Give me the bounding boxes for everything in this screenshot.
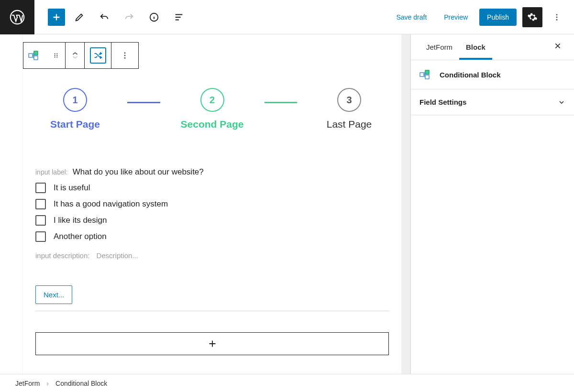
svg-rect-19 (425, 75, 429, 79)
checkbox-icon[interactable] (35, 215, 46, 226)
info-button[interactable] (144, 7, 165, 28)
step-1-label: Start Page (50, 119, 100, 130)
checkbox-option-1[interactable]: It is useful (35, 183, 389, 193)
svg-point-14 (124, 52, 126, 54)
add-block-placeholder[interactable] (35, 332, 389, 355)
breadcrumb-root[interactable]: JetForm (15, 380, 40, 387)
svg-rect-18 (425, 70, 429, 74)
redo-button[interactable] (119, 7, 140, 28)
step-2-number: 2 (200, 88, 224, 112)
svg-point-8 (54, 53, 55, 54)
settings-sidebar: JetForm Block Conditional Block Field Se… (410, 34, 574, 374)
block-up-down[interactable] (66, 43, 85, 68)
breadcrumb: JetForm › Conditional Block (0, 374, 574, 392)
svg-point-9 (56, 53, 57, 54)
conditional-block-icon (419, 70, 433, 79)
topbar: Save draft Preview Publish (0, 0, 574, 34)
main-area: 1 Start Page 2 Second Page 3 Last Page i… (0, 34, 574, 374)
input-desc-value[interactable]: Description... (96, 251, 138, 260)
sidebar-block-title: Conditional Block (440, 71, 501, 79)
shuffle-icon (90, 47, 106, 64)
input-label-row: input label: What do you like about our … (35, 167, 389, 177)
svg-point-11 (56, 55, 57, 56)
outline-button[interactable] (168, 7, 189, 28)
step-3-label: Last Page (327, 119, 372, 130)
checkbox-icon[interactable] (35, 183, 46, 193)
chevron-right-icon: › (46, 380, 49, 387)
block-shuffle-button[interactable] (85, 43, 111, 68)
field-settings-label: Field Settings (419, 98, 466, 106)
svg-point-15 (124, 55, 126, 56)
edit-mode-button[interactable] (69, 7, 90, 28)
next-button[interactable]: Next... (35, 285, 72, 304)
connector-2 (265, 102, 298, 103)
svg-point-4 (556, 19, 558, 20)
settings-button[interactable] (522, 7, 542, 27)
input-description-row: input description: Description... (35, 251, 389, 260)
step-3: 3 Last Page (304, 88, 395, 130)
step-2-label: Second Page (181, 119, 244, 130)
publish-button[interactable]: Publish (479, 9, 517, 26)
svg-rect-6 (34, 51, 38, 55)
block-toolbar (23, 42, 139, 69)
svg-rect-17 (420, 73, 424, 76)
topbar-right: Save draft Preview Publish (390, 7, 574, 27)
step-3-number: 3 (337, 88, 361, 112)
sidebar-tabs: JetForm Block (411, 34, 574, 60)
checkbox-option-4[interactable]: Another option (35, 231, 389, 242)
svg-point-13 (56, 56, 57, 57)
svg-point-12 (54, 56, 55, 57)
block-more-button[interactable] (111, 43, 138, 68)
checkbox-label: It has a good navigation system (54, 199, 168, 209)
more-options-button[interactable] (548, 7, 565, 27)
block-move-controls[interactable] (46, 43, 66, 68)
svg-point-16 (124, 57, 126, 59)
step-2: 2 Second Page (167, 88, 258, 130)
divider (35, 311, 389, 311)
tab-jetform[interactable]: JetForm (419, 34, 459, 60)
editor-canvas: 1 Start Page 2 Second Page 3 Last Page i… (23, 34, 401, 374)
checkbox-label: It is useful (54, 183, 90, 193)
svg-point-3 (556, 16, 558, 18)
svg-rect-7 (34, 56, 38, 60)
svg-rect-5 (29, 54, 33, 57)
checkbox-option-2[interactable]: It has a good navigation system (35, 199, 389, 209)
form-block: input label: What do you like about our … (23, 142, 401, 332)
canvas-wrap: 1 Start Page 2 Second Page 3 Last Page i… (0, 34, 410, 374)
block-type-icon[interactable] (23, 43, 46, 68)
chevron-down-icon (558, 98, 565, 106)
wordpress-logo[interactable] (0, 0, 34, 34)
checkbox-icon[interactable] (35, 231, 46, 242)
add-block-button[interactable] (48, 9, 65, 26)
connector-1 (127, 102, 160, 103)
input-label-value[interactable]: What do you like about our website? (73, 167, 204, 177)
checkbox-icon[interactable] (35, 199, 46, 209)
checkbox-label: Another option (54, 232, 107, 241)
step-1-number: 1 (63, 88, 87, 112)
topbar-left (34, 7, 189, 28)
checkbox-option-3[interactable]: I like its design (35, 215, 389, 226)
field-settings-panel[interactable]: Field Settings (411, 89, 574, 115)
input-label-hint: input label: (35, 168, 68, 176)
tab-block[interactable]: Block (459, 34, 492, 60)
input-desc-hint: input description: (35, 251, 89, 260)
save-draft-button[interactable]: Save draft (390, 10, 432, 25)
close-sidebar-button[interactable] (550, 38, 565, 56)
undo-button[interactable] (94, 7, 115, 28)
preview-button[interactable]: Preview (438, 10, 474, 25)
svg-point-2 (556, 14, 558, 15)
step-1: 1 Start Page (30, 88, 121, 130)
breadcrumb-current: Conditional Block (55, 380, 107, 387)
svg-point-10 (54, 55, 55, 56)
sidebar-block-header: Conditional Block (411, 60, 574, 89)
checkbox-label: I like its design (54, 216, 107, 225)
